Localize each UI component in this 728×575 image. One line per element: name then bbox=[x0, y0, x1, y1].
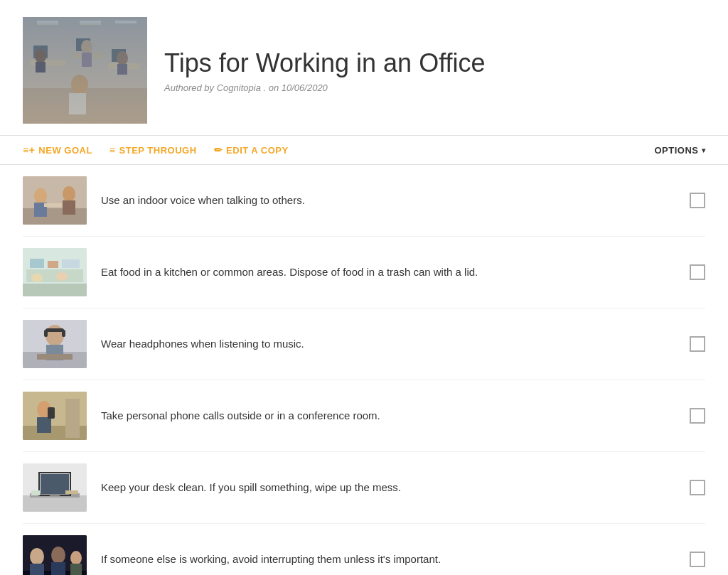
new-goal-button[interactable]: ≡+ NEW GOAL bbox=[23, 141, 92, 158]
step-text: If someone else is working, avoid interr… bbox=[87, 552, 690, 568]
step-checkbox[interactable] bbox=[690, 264, 705, 280]
svg-rect-5 bbox=[33, 45, 48, 58]
svg-rect-29 bbox=[23, 284, 87, 296]
svg-rect-27 bbox=[44, 203, 62, 207]
svg-rect-20 bbox=[80, 23, 101, 25]
svg-rect-31 bbox=[30, 259, 44, 268]
svg-rect-15 bbox=[69, 93, 86, 114]
svg-rect-19 bbox=[37, 23, 58, 25]
toolbar-left: ≡+ NEW GOAL ≡ STEP THROUGH ✏ EDIT A COPY bbox=[23, 141, 654, 158]
step-checkbox[interactable] bbox=[690, 336, 705, 352]
step-through-icon: ≡ bbox=[109, 144, 116, 156]
svg-rect-51 bbox=[23, 495, 87, 512]
svg-point-10 bbox=[81, 40, 92, 54]
svg-rect-56 bbox=[65, 490, 78, 494]
step-checkbox[interactable] bbox=[690, 480, 705, 495]
svg-point-8 bbox=[35, 49, 46, 63]
svg-rect-11 bbox=[82, 53, 92, 67]
svg-rect-0 bbox=[23, 17, 147, 124]
svg-point-25 bbox=[63, 186, 75, 202]
step-image bbox=[23, 463, 87, 512]
list-item: Take personal phone calls outside or in … bbox=[23, 380, 705, 452]
svg-point-35 bbox=[56, 272, 68, 281]
svg-point-38 bbox=[46, 325, 64, 346]
svg-rect-17 bbox=[80, 21, 101, 23]
list-item: Use an indoor voice when talking to othe… bbox=[23, 165, 705, 237]
step-through-button[interactable]: ≡ STEP THROUGH bbox=[109, 141, 197, 158]
step-text: Wear headphones when listening to music. bbox=[87, 336, 690, 353]
svg-point-64 bbox=[70, 551, 82, 565]
list-item: Eat food in a kitchen or common areas. D… bbox=[23, 237, 705, 308]
toolbar: ≡+ NEW GOAL ≡ STEP THROUGH ✏ EDIT A COPY… bbox=[0, 136, 728, 165]
svg-rect-32 bbox=[48, 261, 58, 268]
step-image bbox=[23, 392, 87, 440]
svg-rect-39 bbox=[46, 328, 64, 332]
author-info: Authored by Cognitopia . on 10/06/2020 bbox=[164, 82, 486, 93]
options-button[interactable]: OPTIONS ▾ bbox=[654, 145, 705, 156]
step-text: Keep your desk clean. If you spill somet… bbox=[87, 480, 690, 496]
edit-icon: ✏ bbox=[214, 144, 223, 156]
svg-rect-40 bbox=[44, 330, 48, 337]
header-section: Tips for Working in an Office Authored b… bbox=[0, 0, 728, 136]
step-checkbox[interactable] bbox=[690, 408, 705, 424]
header-image bbox=[23, 17, 147, 124]
step-text: Eat food in a kitchen or common areas. D… bbox=[87, 264, 690, 281]
svg-rect-65 bbox=[70, 564, 82, 575]
svg-rect-61 bbox=[30, 564, 44, 575]
edit-copy-button[interactable]: ✏ EDIT A COPY bbox=[214, 141, 289, 158]
svg-rect-49 bbox=[48, 407, 55, 419]
svg-rect-57 bbox=[31, 490, 40, 495]
svg-rect-9 bbox=[36, 62, 46, 72]
steps-container: Use an indoor voice when talking to othe… bbox=[0, 165, 728, 575]
chevron-down-icon: ▾ bbox=[702, 146, 706, 154]
svg-rect-3 bbox=[73, 53, 105, 58]
new-goal-icon: ≡+ bbox=[23, 144, 35, 156]
svg-point-62 bbox=[51, 547, 65, 564]
page-wrapper: Tips for Working in an Office Authored b… bbox=[0, 0, 728, 575]
list-item: Wear headphones when listening to music. bbox=[23, 308, 705, 380]
svg-point-14 bbox=[71, 75, 88, 95]
svg-rect-13 bbox=[117, 64, 127, 75]
step-text: Take personal phone calls outside or in … bbox=[87, 408, 690, 424]
svg-rect-22 bbox=[23, 208, 87, 225]
svg-point-23 bbox=[34, 188, 47, 204]
svg-rect-53 bbox=[41, 474, 69, 494]
list-item: If someone else is working, avoid interr… bbox=[23, 524, 705, 575]
step-text: Use an indoor voice when talking to othe… bbox=[87, 193, 690, 209]
svg-rect-7 bbox=[112, 49, 126, 62]
svg-rect-48 bbox=[37, 417, 51, 433]
header-text: Tips for Working in an Office Authored b… bbox=[164, 48, 486, 93]
step-image bbox=[23, 320, 87, 368]
step-checkbox[interactable] bbox=[690, 552, 705, 567]
svg-rect-2 bbox=[30, 60, 65, 65]
svg-point-12 bbox=[117, 51, 128, 65]
svg-rect-46 bbox=[65, 399, 80, 438]
svg-rect-18 bbox=[115, 21, 136, 23]
step-image bbox=[23, 176, 87, 225]
step-checkbox[interactable] bbox=[690, 193, 705, 208]
step-image bbox=[23, 535, 87, 575]
page-title: Tips for Working in an Office bbox=[164, 48, 486, 78]
svg-rect-33 bbox=[62, 259, 80, 268]
svg-rect-26 bbox=[63, 200, 75, 215]
svg-rect-6 bbox=[76, 38, 90, 51]
svg-rect-16 bbox=[37, 21, 58, 23]
step-image bbox=[23, 248, 87, 296]
svg-rect-4 bbox=[108, 63, 140, 69]
svg-rect-63 bbox=[51, 562, 65, 575]
svg-rect-1 bbox=[23, 88, 147, 124]
list-item: Keep your desk clean. If you spill somet… bbox=[23, 452, 705, 524]
svg-rect-41 bbox=[62, 330, 65, 337]
svg-point-34 bbox=[31, 274, 43, 282]
svg-point-60 bbox=[30, 548, 44, 565]
svg-rect-43 bbox=[37, 354, 73, 360]
svg-rect-55 bbox=[50, 494, 60, 496]
